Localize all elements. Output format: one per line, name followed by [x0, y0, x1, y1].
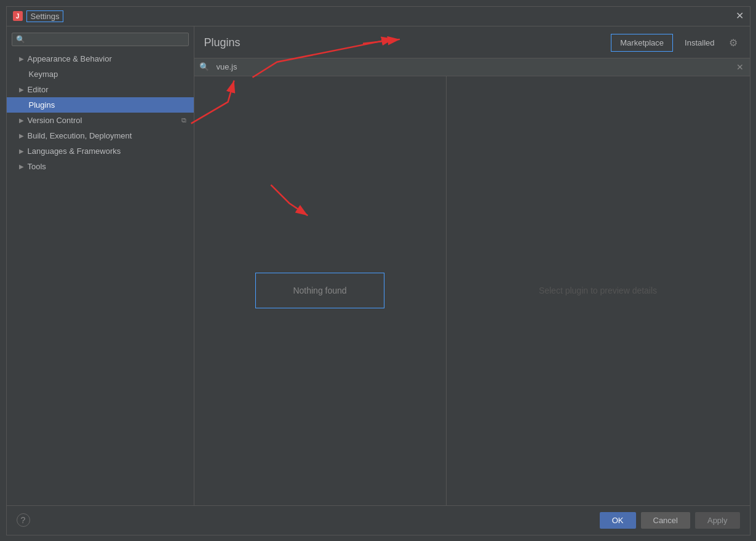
- apply-button[interactable]: Apply: [695, 512, 740, 529]
- expand-arrow-icon: ▶: [19, 163, 24, 170]
- plugins-title: Plugins: [204, 36, 241, 49]
- sidebar-item-appearance[interactable]: ▶ Appearance & Behavior: [7, 51, 194, 66]
- dialog-body: 🔍 ▶ Appearance & Behavior Keymap ▶ Edito…: [7, 26, 750, 505]
- sidebar-item-label: Languages & Frameworks: [28, 146, 121, 156]
- plugin-search-input[interactable]: [214, 58, 730, 75]
- close-button[interactable]: ✕: [736, 11, 744, 21]
- expand-arrow-icon: ▶: [19, 148, 24, 154]
- sidebar-item-label: Appearance & Behavior: [28, 54, 112, 63]
- nothing-found-text: Nothing found: [293, 286, 346, 295]
- cancel-button[interactable]: Cancel: [641, 512, 690, 529]
- app-icon: J: [13, 11, 23, 21]
- expand-arrow-icon: ▶: [19, 117, 24, 124]
- nothing-found-box: Nothing found: [255, 273, 384, 308]
- plugins-body: Nothing found Select plugin to preview d…: [194, 76, 750, 505]
- ok-button[interactable]: OK: [600, 512, 636, 529]
- sidebar-item-label: Build, Execution, Deployment: [28, 131, 132, 140]
- expand-arrow-icon: ▶: [19, 132, 24, 139]
- footer-buttons: OK Cancel Apply: [600, 512, 740, 529]
- main-content: Plugins Marketplace Installed ⚙ 🔍 ✕ Noth…: [194, 26, 750, 505]
- sidebar: 🔍 ▶ Appearance & Behavior Keymap ▶ Edito…: [7, 26, 194, 505]
- sidebar-item-label: Editor: [28, 85, 49, 94]
- plugin-preview: Select plugin to preview details: [447, 76, 750, 505]
- sidebar-search-input[interactable]: [28, 35, 185, 44]
- expand-arrow-icon: ▶: [19, 55, 24, 62]
- sidebar-item-build[interactable]: ▶ Build, Execution, Deployment: [7, 128, 194, 143]
- settings-dialog: J Settings ✕ 🔍 ▶ Appearance & Behavior K…: [6, 6, 750, 535]
- dialog-title: Settings: [26, 10, 64, 22]
- help-button[interactable]: ?: [17, 513, 30, 527]
- sidebar-item-tools[interactable]: ▶ Tools: [7, 159, 194, 174]
- plugins-list: Nothing found: [194, 76, 447, 505]
- title-bar: J Settings ✕: [7, 7, 750, 26]
- sidebar-item-keymap[interactable]: Keymap: [7, 66, 194, 82]
- search-icon: 🔍: [16, 35, 25, 44]
- sidebar-item-label: Version Control: [28, 116, 82, 125]
- title-bar-left: J Settings: [13, 10, 64, 22]
- tab-installed[interactable]: Installed: [675, 34, 723, 52]
- search-icon: 🔍: [194, 58, 214, 75]
- sidebar-item-plugins[interactable]: Plugins: [7, 97, 194, 113]
- copy-icon: ⧉: [181, 116, 186, 124]
- sidebar-search[interactable]: 🔍: [12, 33, 189, 46]
- preview-hint-text: Select plugin to preview details: [539, 286, 657, 295]
- sidebar-item-editor[interactable]: ▶ Editor: [7, 82, 194, 97]
- sidebar-item-label: Tools: [28, 162, 46, 171]
- plugins-header: Plugins Marketplace Installed ⚙: [194, 26, 750, 52]
- sidebar-item-version-control[interactable]: ▶ Version Control ⧉: [7, 113, 194, 128]
- plugin-search-bar: 🔍 ✕: [194, 58, 750, 76]
- sidebar-item-languages[interactable]: ▶ Languages & Frameworks: [7, 143, 194, 159]
- tabs-and-gear: Marketplace Installed ⚙: [611, 34, 739, 52]
- tab-marketplace[interactable]: Marketplace: [611, 34, 673, 52]
- search-clear-button[interactable]: ✕: [730, 58, 750, 76]
- gear-button[interactable]: ⚙: [726, 34, 740, 51]
- sidebar-item-label: Keymap: [29, 70, 58, 79]
- expand-arrow-icon: ▶: [19, 86, 24, 93]
- dialog-footer: ? OK Cancel Apply: [7, 505, 750, 535]
- sidebar-item-label: Plugins: [29, 100, 55, 110]
